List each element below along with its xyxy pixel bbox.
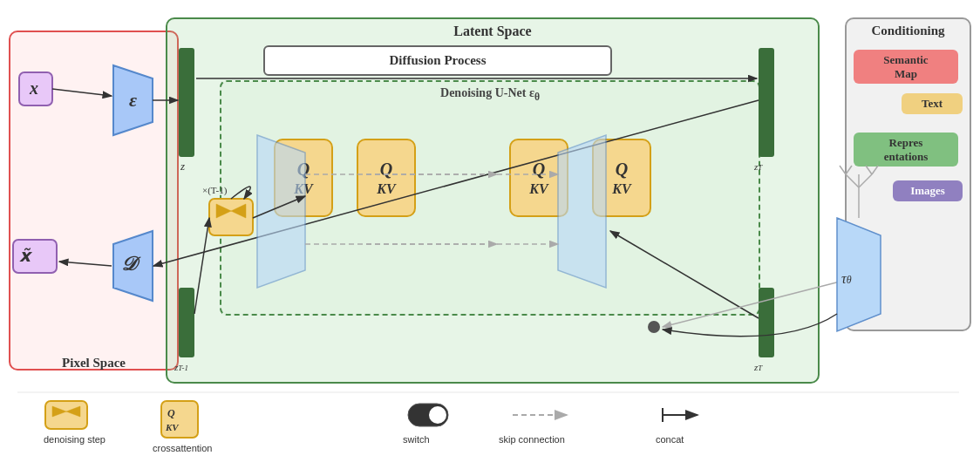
legend-crossattn-label: crossattention — [153, 443, 212, 453]
cond-text: Text — [902, 93, 963, 114]
legend-switch-circle — [429, 406, 446, 424]
qkv-block-1: Q KV — [274, 139, 333, 217]
cond-representations: Representations — [854, 133, 958, 167]
cond-images: Images — [893, 180, 963, 201]
conditioning-label: Conditioning — [871, 24, 944, 38]
qkv-block-3: Q KV — [509, 139, 568, 217]
kv-label-4: KV — [612, 181, 630, 197]
legend-qkv-icon — [161, 401, 198, 438]
kv-label-3: KV — [529, 181, 548, 197]
svg-text:KV: KV — [165, 422, 180, 432]
latent-space-label: Latent Space — [453, 24, 531, 39]
q-label-4: Q — [616, 160, 628, 180]
legend-denoising-label: denoising step — [44, 434, 105, 445]
svg-text:Q: Q — [167, 407, 175, 419]
pixel-space-label: Pixel Space — [62, 356, 126, 371]
legend-bowtie — [52, 406, 80, 417]
legend-denoising-icon — [45, 401, 87, 429]
denoising-unet-label: Denoising U-Net εθ — [440, 86, 540, 103]
legend-switch-label: switch — [403, 434, 430, 445]
legend-switch-icon — [408, 404, 448, 426]
q-label-3: Q — [533, 160, 545, 180]
legend-concat-label: concat — [656, 434, 684, 445]
qkv-block-2: Q KV — [357, 139, 416, 217]
legend-skip-label: skip connection — [499, 434, 565, 445]
diffusion-process-box: Diffusion Process — [263, 45, 612, 76]
latent-space-box: Latent Space Diffusion Process Denoising… — [166, 17, 820, 384]
kv-label-2: KV — [377, 181, 395, 197]
conditioning-box: Conditioning SemanticMap Text Representa… — [845, 17, 971, 331]
kv-label-1: KV — [294, 181, 312, 197]
main-container: Pixel Space Latent Space Diffusion Proce… — [0, 0, 980, 476]
qkv-block-4: Q KV — [592, 139, 651, 217]
q-label-1: Q — [297, 160, 310, 180]
denoising-unet-box: Denoising U-Net εθ Q KV Q KV Q KV Q KV — [220, 80, 760, 316]
diffusion-process-label: Diffusion Process — [390, 53, 487, 68]
q-label-2: Q — [380, 160, 392, 180]
cond-semantic-map: SemanticMap — [854, 50, 958, 84]
pixel-space-box: Pixel Space — [9, 31, 179, 371]
